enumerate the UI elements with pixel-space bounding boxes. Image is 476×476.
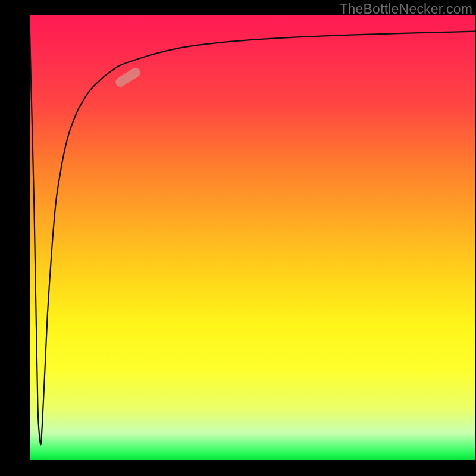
bottleneck-curve [30, 15, 475, 460]
curve-marker [114, 66, 142, 89]
watermark-text: TheBottleNecker.com [339, 1, 472, 17]
chart-plot-area [30, 15, 475, 460]
chart-frame: TheBottleNecker.com [0, 0, 476, 476]
